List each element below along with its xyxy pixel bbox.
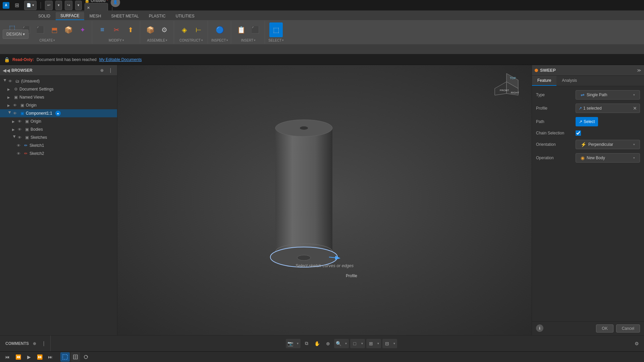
undo-btn[interactable]: ↩ bbox=[45, 1, 53, 10]
tree-arrow-unsaved[interactable]: ▶ bbox=[3, 79, 7, 83]
tree-item-unsaved[interactable]: ▶ 👁 🗂 (Unsaved) bbox=[0, 77, 117, 85]
user-avatar[interactable]: 👤 bbox=[111, 0, 120, 7]
browser-collapse-icon[interactable]: ◀◀ bbox=[3, 68, 10, 73]
display-dropdown-arrow[interactable]: ▾ bbox=[360, 339, 365, 348]
ribbon-tab-solid[interactable]: SOLID bbox=[34, 12, 55, 20]
editable-docs-link[interactable]: My Editable Documents bbox=[99, 57, 142, 62]
ribbon-tab-plastic[interactable]: PLASTIC bbox=[144, 12, 170, 20]
create-tool-3[interactable]: ⬛ bbox=[34, 22, 47, 37]
insert-group-label[interactable]: INSERT ▾ bbox=[241, 39, 256, 42]
tree-item-doc-settings[interactable]: ▶ ⚙ Document Settings bbox=[0, 85, 117, 93]
zoom-btn[interactable]: 🔍 bbox=[334, 339, 343, 348]
cancel-btn[interactable]: Cancel bbox=[616, 324, 640, 333]
tree-eye-sketch2[interactable]: 👁 bbox=[17, 152, 22, 156]
info-btn[interactable]: ℹ bbox=[536, 324, 543, 332]
zoom-dropdown-arrow[interactable]: ▾ bbox=[343, 339, 349, 348]
file-menu-btn[interactable]: 📄▾ bbox=[24, 1, 37, 10]
tree-eye-bodies[interactable]: 👁 bbox=[18, 127, 23, 131]
tree-arrow-bodies[interactable]: ▶ bbox=[12, 128, 17, 131]
tree-item-sketch2[interactable]: 👁 ✏ Sketch2 bbox=[0, 149, 117, 158]
comments-menu-btn[interactable]: │ bbox=[40, 340, 48, 347]
play-btn[interactable]: ▶ bbox=[24, 352, 34, 362]
type-dropdown[interactable]: ⇌ Single Path ▾ bbox=[576, 90, 640, 100]
ribbon-tab-sheet-metal[interactable]: SHEET METAL bbox=[106, 12, 143, 20]
3d-viewport[interactable]: TOP FRONT RIGHT bbox=[117, 65, 532, 335]
capture-btn[interactable]: 📷 bbox=[286, 339, 295, 348]
settings-btn[interactable]: ⚙ bbox=[632, 339, 641, 348]
tree-eye-origin-child[interactable]: 👁 bbox=[18, 119, 23, 123]
view-tool-2[interactable] bbox=[71, 352, 80, 362]
chain-checkbox[interactable] bbox=[576, 130, 581, 136]
tree-eye-sketches[interactable]: 👁 bbox=[18, 135, 23, 139]
fast-forward-btn[interactable]: ⏩ bbox=[35, 352, 44, 362]
assemble-group-label[interactable]: ASSEMBLE ▾ bbox=[147, 39, 168, 42]
capture-dropdown-arrow[interactable]: ▾ bbox=[295, 339, 301, 348]
grid-dropdown-arrow[interactable]: ▾ bbox=[376, 339, 381, 348]
create-tool-6[interactable]: ✦ bbox=[76, 22, 89, 37]
operation-dropdown[interactable]: ◉ New Body ▾ bbox=[576, 153, 640, 163]
tree-eye-unsaved[interactable]: 👁 bbox=[8, 79, 14, 83]
redo-dropdown-btn[interactable]: ▾ bbox=[75, 1, 82, 10]
tree-item-sketches[interactable]: ▶ 👁 ▣ Sketches bbox=[0, 133, 117, 141]
ribbon-tab-surface[interactable]: SURFACE bbox=[56, 12, 84, 20]
ok-btn[interactable]: OK bbox=[596, 324, 613, 333]
view-cube[interactable]: TOP FRONT RIGHT bbox=[491, 72, 522, 103]
tree-eye-sketch1[interactable]: 👁 bbox=[17, 143, 22, 147]
tree-eye-component1[interactable]: 👁 bbox=[13, 111, 18, 115]
display-btn[interactable]: □ bbox=[350, 339, 360, 348]
tree-arrow-sketches[interactable]: ▶ bbox=[13, 135, 16, 140]
orbit-btn[interactable]: ⊕ bbox=[323, 339, 333, 348]
tree-item-bodies[interactable]: ▶ 👁 ▣ Bodies bbox=[0, 125, 117, 133]
grid-btn[interactable]: ⊞ bbox=[366, 339, 376, 348]
select-group-label[interactable]: SELECT ▾ bbox=[268, 39, 284, 42]
create-group-label[interactable]: CREATE ▾ bbox=[40, 39, 55, 42]
ribbon-tab-utilities[interactable]: UTILITIES bbox=[171, 12, 199, 20]
inspect-group-label[interactable]: INSPECT ▾ bbox=[211, 39, 228, 42]
assemble-tool-2[interactable]: ⚙ bbox=[158, 22, 171, 37]
tree-item-sketch1[interactable]: 👁 ✏ Sketch1 bbox=[0, 141, 117, 149]
sweep-tab-feature[interactable]: Feature bbox=[532, 76, 556, 86]
pan-btn[interactable]: ✋ bbox=[313, 339, 322, 348]
ribbon-tab-mesh[interactable]: MESH bbox=[85, 12, 106, 20]
construct-tool-1[interactable]: ◈ bbox=[177, 22, 191, 37]
tree-item-component1[interactable]: ▶ 👁 ▣ Component1:1 ● bbox=[0, 109, 117, 117]
browser-add-btn[interactable]: ⊕ bbox=[98, 67, 106, 74]
sweep-tab-analysis[interactable]: Analysis bbox=[556, 76, 582, 86]
tree-item-origin-child[interactable]: ▶ 👁 ▣ Origin bbox=[0, 117, 117, 125]
rewind-btn[interactable]: ⏪ bbox=[13, 352, 23, 362]
assemble-tool-1[interactable]: 📦 bbox=[144, 22, 157, 37]
tree-arrow-component1[interactable]: ▶ bbox=[8, 111, 12, 116]
insert-tool-1[interactable]: 📋 bbox=[234, 22, 248, 37]
view-tool-3[interactable] bbox=[81, 352, 91, 362]
comments-add-btn[interactable]: ⊕ bbox=[31, 340, 38, 347]
profile-clear-btn[interactable]: ✕ bbox=[633, 106, 637, 111]
create-tool-4[interactable]: ⬒ bbox=[48, 22, 61, 37]
modify-group-label[interactable]: MODIFY ▾ bbox=[109, 39, 124, 42]
tree-item-origin[interactable]: ▶ 👁 ▣ Origin bbox=[0, 101, 117, 109]
tree-arrow-origin-child[interactable]: ▶ bbox=[12, 120, 17, 123]
modify-tool-1[interactable]: ≡ bbox=[96, 22, 109, 37]
construct-tool-ruler[interactable]: ⊢ bbox=[192, 22, 205, 37]
design-mode-btn[interactable]: DESIGN ▾ bbox=[3, 29, 29, 39]
view-select-tool[interactable] bbox=[60, 352, 70, 362]
modify-tool-3[interactable]: ⬆ bbox=[124, 22, 137, 37]
grid-view-btn[interactable]: ⧉ bbox=[302, 339, 311, 348]
tree-arrow-origin[interactable]: ▶ bbox=[7, 104, 12, 107]
create-tool-5[interactable]: 📦 bbox=[62, 22, 75, 37]
browser-menu-btn[interactable]: │ bbox=[107, 67, 114, 74]
select-tool-active[interactable]: ⬚ bbox=[269, 22, 283, 37]
undo-dropdown-btn[interactable]: ▾ bbox=[55, 1, 62, 10]
insert-tool-2[interactable]: ⬛ bbox=[249, 22, 262, 37]
tree-eye-origin[interactable]: 👁 bbox=[13, 103, 18, 107]
redo-btn[interactable]: ↪ bbox=[65, 1, 72, 10]
viewport-btn[interactable]: ⊟ bbox=[382, 339, 392, 348]
modify-tool-2[interactable]: ✂ bbox=[110, 22, 123, 37]
orientation-dropdown[interactable]: ⚡ Perpendicular ▾ bbox=[576, 140, 640, 149]
inspect-tool-1[interactable]: 🔵 bbox=[213, 22, 226, 37]
tree-arrow-doc-settings[interactable]: ▶ bbox=[7, 87, 12, 91]
tree-arrow-named-views[interactable]: ▶ bbox=[7, 96, 12, 99]
sweep-expand-icon[interactable]: ≫ bbox=[637, 68, 641, 73]
viewport-dropdown-arrow[interactable]: ▾ bbox=[392, 339, 397, 348]
path-select-btn[interactable]: ↗ Select bbox=[576, 117, 598, 126]
skip-start-btn[interactable]: ⏮ bbox=[3, 352, 12, 362]
